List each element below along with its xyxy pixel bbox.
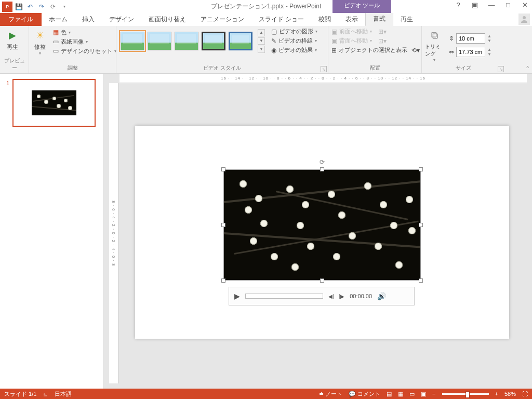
player-play-icon[interactable]: ▶ xyxy=(234,292,240,300)
color-button[interactable]: ▦ 色 ▾ xyxy=(53,29,116,36)
selection-icon: ⊞ xyxy=(331,47,337,54)
zoom-slider[interactable] xyxy=(442,393,489,395)
help-icon[interactable]: ? xyxy=(453,1,463,9)
corrections-button[interactable]: ☀ 修整 ▾ xyxy=(32,28,48,56)
zoom-level[interactable]: 58% xyxy=(504,391,516,397)
tab-animation[interactable]: アニメーション xyxy=(193,13,251,26)
tab-design[interactable]: デザイン xyxy=(102,13,141,26)
titlebar: P 💾 ↶ ↷ ⟳ ▾ プレゼンテーション1.pptx - PowerPoint… xyxy=(0,0,532,13)
fit-window-icon[interactable]: ⛶ xyxy=(522,391,528,397)
document-title: プレゼンテーション1.pptx - PowerPoint xyxy=(211,2,322,11)
reset-design-button[interactable]: ▭ デザインのリセット ▾ xyxy=(53,47,116,55)
styles-dialog-launcher[interactable]: ↘ xyxy=(321,66,327,72)
style-gallery[interactable] xyxy=(119,30,254,52)
gallery-more-icon[interactable]: ▾ xyxy=(258,46,265,53)
group-size-label: サイズ xyxy=(425,64,502,73)
style-thumb-4[interactable] xyxy=(202,32,225,50)
play-button[interactable]: ▶ 再生 xyxy=(3,28,22,51)
player-next-frame-icon[interactable]: |▶ xyxy=(339,294,345,299)
height-field[interactable] xyxy=(456,33,485,44)
send-backward-button: ▣ 背面へ移動 ▾ ⊡▾ xyxy=(331,37,418,45)
tab-home[interactable]: ホーム xyxy=(42,13,75,26)
close-icon[interactable]: ✕ xyxy=(520,1,530,9)
save-icon[interactable]: 💾 xyxy=(14,2,24,12)
rotate-handle-icon[interactable]: ⟳ xyxy=(320,158,325,166)
tab-review[interactable]: 校閲 xyxy=(311,13,338,26)
view-normal-icon[interactable]: ▤ xyxy=(387,391,392,397)
group-styles-label: ビデオ スタイル xyxy=(119,64,325,73)
minimize-icon[interactable]: — xyxy=(486,1,497,9)
selection-pane-button[interactable]: ⊞ オブジェクトの選択と表示 ⟲▾ xyxy=(331,46,418,54)
view-slideshow-icon[interactable]: ▣ xyxy=(421,391,426,397)
notes-button[interactable]: ≐ ノート xyxy=(319,390,342,398)
video-object[interactable]: ⟳ xyxy=(223,169,421,281)
tab-view[interactable]: 表示 xyxy=(338,13,365,26)
tab-slideshow[interactable]: スライド ショー xyxy=(251,13,311,26)
resize-handle[interactable] xyxy=(419,167,423,171)
qat-more-icon[interactable]: ▾ xyxy=(59,2,70,12)
slide-thumb-1[interactable]: 1 xyxy=(12,79,96,127)
resize-handle[interactable] xyxy=(221,167,225,171)
group-adjust-label: 調整 xyxy=(32,64,113,73)
resize-handle[interactable] xyxy=(320,167,324,171)
poster-frame-button[interactable]: ▭ 表紙画像 ▾ xyxy=(53,38,116,46)
resize-handle[interactable] xyxy=(320,278,324,283)
style-thumb-1[interactable] xyxy=(121,32,144,50)
resize-handle[interactable] xyxy=(221,223,225,227)
mini-video-preview xyxy=(32,90,76,115)
resize-handle[interactable] xyxy=(221,278,225,283)
collapse-ribbon-icon[interactable]: ^ xyxy=(526,65,529,71)
width-input[interactable]: ⇔▲▼ xyxy=(449,47,491,57)
size-dialog-launcher[interactable]: ↘ xyxy=(498,66,504,72)
corrections-label: 修整 xyxy=(34,43,46,51)
video-effects-button[interactable]: ◉ ビデオの効果 ▾ xyxy=(271,46,317,54)
crop-button[interactable]: ⧉ トリミング ▾ xyxy=(425,28,444,62)
zoom-in-icon[interactable]: + xyxy=(495,391,498,397)
status-language[interactable]: 日本語 xyxy=(55,390,72,398)
repeat-icon[interactable]: ⟳ xyxy=(48,2,58,12)
video-player-bar: ▶ ◀| |▶ 00:00.00 🔊 xyxy=(229,287,415,305)
resize-handle[interactable] xyxy=(419,278,423,283)
tab-playback[interactable]: 再生 xyxy=(393,13,420,26)
spellcheck-icon[interactable]: ⎁ xyxy=(44,391,47,397)
tab-insert[interactable]: 挿入 xyxy=(75,13,102,26)
player-prev-frame-icon[interactable]: ◀| xyxy=(328,294,334,299)
view-reading-icon[interactable]: ▭ xyxy=(409,391,415,397)
group-icon: ⊡▾ xyxy=(378,37,387,45)
ribbon-display-icon[interactable]: ▣ xyxy=(470,1,480,9)
width-field[interactable] xyxy=(456,47,485,57)
rotate-icon[interactable]: ⟲▾ xyxy=(411,47,420,54)
gallery-up-icon[interactable]: ▲ xyxy=(258,29,265,36)
play-icon: ▶ xyxy=(5,28,20,43)
status-slide: スライド 1/1 xyxy=(4,390,36,398)
app-icon: P xyxy=(2,2,12,12)
player-track[interactable] xyxy=(245,294,323,299)
gallery-down-icon[interactable]: ▼ xyxy=(258,37,265,45)
comments-button[interactable]: 💬 コメント xyxy=(349,390,380,398)
zoom-out-icon[interactable]: − xyxy=(432,391,435,397)
height-input[interactable]: ⇕▲▼ xyxy=(449,33,491,44)
slide-canvas[interactable]: ⟳ xyxy=(135,126,509,339)
tab-transition[interactable]: 画面切り替え xyxy=(141,13,193,26)
view-sorter-icon[interactable]: ▦ xyxy=(398,391,403,397)
user-profile-icon[interactable] xyxy=(518,14,530,25)
resize-handle[interactable] xyxy=(419,223,423,227)
group-size: ⧉ トリミング ▾ ⇕▲▼ ⇔▲▼ サイズ ↘ xyxy=(422,26,505,73)
tab-file[interactable]: ファイル xyxy=(0,13,42,26)
video-frame xyxy=(224,170,420,280)
style-thumb-3[interactable] xyxy=(175,32,198,50)
player-volume-icon[interactable]: 🔊 xyxy=(377,292,386,300)
video-border-button[interactable]: ✎ ビデオの枠線 ▾ xyxy=(271,37,317,45)
style-thumb-2[interactable] xyxy=(148,32,171,50)
tab-format[interactable]: 書式 xyxy=(365,12,393,26)
ruler-horizontal: 16 · · 14 · · 12 · · 10 · · 8 · · 6 · · … xyxy=(119,74,527,83)
contextual-tab-video-tools: ビデオ ツール xyxy=(332,0,391,13)
redo-icon[interactable]: ↷ xyxy=(36,2,47,12)
undo-icon[interactable]: ↶ xyxy=(25,2,35,12)
style-thumb-5[interactable] xyxy=(229,32,252,50)
svg-point-0 xyxy=(523,16,526,19)
video-shape-button[interactable]: ▢ ビデオの図形 ▾ xyxy=(271,28,317,35)
height-icon: ⇕ xyxy=(449,35,454,42)
maximize-icon[interactable]: □ xyxy=(503,1,513,9)
align-icon[interactable]: ⊞▾ xyxy=(378,28,387,35)
